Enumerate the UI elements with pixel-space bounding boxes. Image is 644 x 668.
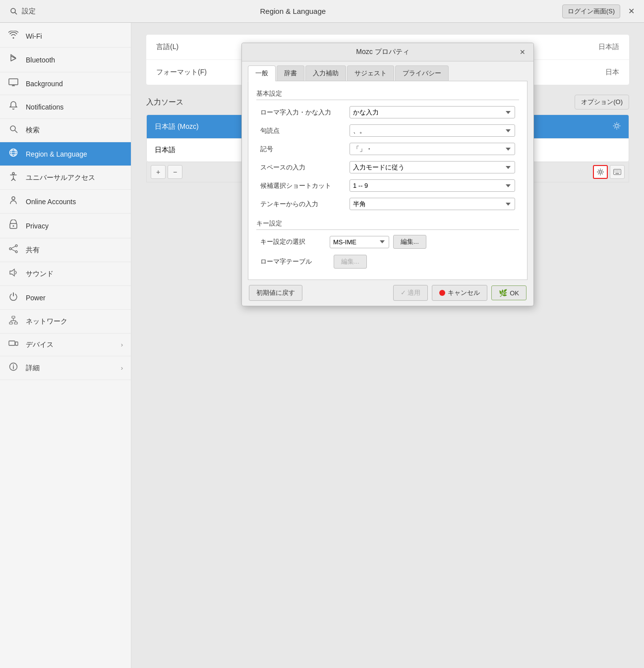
form-row-roman-table: ローマ字テーブル 編集... [256, 252, 519, 272]
cancel-dot-icon [439, 290, 445, 296]
globe-icon [8, 148, 19, 160]
search-button[interactable] [6, 3, 22, 19]
sidebar-item-universal[interactable]: ユニバーサルアクセス [0, 166, 131, 190]
tab-dictionary[interactable]: 辞書 [277, 65, 304, 81]
svg-point-33 [13, 365, 14, 366]
dialog-tabs: 一般 辞書 入力補助 サジェスト プライバシー [242, 61, 533, 81]
svg-point-12 [12, 172, 14, 174]
privacy-icon [8, 220, 19, 232]
form-row-input-mode: ローマ字入力・かな入力 かな入力 [256, 103, 519, 121]
sidebar-item-privacy[interactable]: Privacy [0, 214, 131, 238]
svg-rect-24 [14, 322, 17, 324]
sidebar-item-label-devices: デバイス [26, 340, 54, 349]
svg-point-15 [13, 225, 14, 227]
roman-table-edit-button[interactable]: 編集... [334, 255, 367, 269]
form-row-shortcut: 候補選択ショートカット 1 -- 9 [256, 176, 519, 195]
dialog-titlebar: Mozc プロパティ ✕ [242, 43, 533, 61]
sidebar-item-label-online: Online Accounts [26, 198, 76, 206]
login-screen-button[interactable]: ログイン画面(S) [562, 4, 620, 18]
sidebar-item-label-wifi: Wi-Fi [26, 32, 42, 40]
form-row-numpad: テンキーからの入力 半角 [256, 195, 519, 213]
titlebar: 設定 Region & Language ログイン画面(S) ✕ [0, 0, 644, 23]
search-icon [8, 125, 19, 136]
wifi-icon [8, 31, 19, 41]
sidebar-item-online-accounts[interactable]: Online Accounts [0, 190, 131, 214]
cancel-button[interactable]: キャンセル [432, 285, 487, 301]
sidebar-item-label-notifications: Notifications [26, 103, 63, 111]
sidebar-item-devices[interactable]: デバイス › [0, 334, 131, 356]
sidebar-item-share[interactable]: 共有 [0, 238, 131, 262]
sidebar-item-label-universal: ユニバーサルアクセス [26, 173, 95, 182]
sidebar-item-power[interactable]: Power [0, 286, 131, 310]
numpad-select[interactable]: 半角 [350, 198, 515, 210]
tab-privacy[interactable]: プライバシー [395, 65, 449, 81]
svg-marker-21 [10, 269, 14, 276]
space-select[interactable]: 入力モードに従う [350, 161, 515, 173]
svg-point-17 [15, 251, 17, 253]
devices-icon [8, 339, 19, 350]
svg-line-20 [11, 249, 15, 251]
sidebar-item-search[interactable]: 検索 [0, 119, 131, 142]
key-edit-button[interactable]: 編集... [393, 235, 426, 249]
sidebar-item-label-details: 詳細 [26, 364, 40, 373]
svg-line-1 [15, 12, 17, 14]
main-layout: Wi-Fi Bluetooth Background [0, 23, 644, 668]
svg-point-13 [12, 197, 15, 200]
chevron-right-icon-details: › [121, 364, 123, 372]
dialog-title: Mozc プロパティ [248, 48, 518, 56]
sound-icon [8, 268, 19, 279]
svg-point-16 [15, 245, 17, 247]
punctuation-label: 句読点 [260, 126, 350, 135]
reset-button[interactable]: 初期値に戻す [249, 285, 302, 301]
sidebar-item-details[interactable]: 詳細 › [0, 356, 131, 380]
punctuation-select[interactable]: 、。 [350, 124, 515, 137]
tab-input-assist[interactable]: 入力補助 [305, 65, 346, 81]
symbol-select[interactable]: 「」・ [350, 143, 515, 155]
tab-suggest[interactable]: サジェスト [347, 65, 394, 81]
roman-table-label: ローマ字テーブル [260, 257, 330, 266]
sidebar-item-sound[interactable]: サウンド [0, 262, 131, 286]
bell-icon [8, 101, 19, 112]
key-select-dropdown[interactable]: MS-IME [330, 236, 389, 248]
network-icon [8, 316, 19, 327]
numpad-label: テンキーからの入力 [260, 200, 350, 209]
sidebar-item-label-privacy: Privacy [26, 222, 49, 230]
sidebar-item-label-sound: サウンド [26, 270, 54, 278]
form-row-space: スペースの入力 入力モードに従う [256, 158, 519, 176]
svg-rect-22 [12, 316, 15, 318]
online-accounts-icon [8, 196, 19, 207]
sidebar-item-label-network: ネットワーク [26, 317, 67, 326]
sidebar-item-label-bluetooth: Bluetooth [26, 56, 55, 64]
dialog-close-button[interactable]: ✕ [518, 47, 527, 57]
sidebar-item-notifications[interactable]: Notifications [0, 95, 131, 119]
sidebar-item-wifi[interactable]: Wi-Fi [0, 25, 131, 48]
svg-point-18 [9, 248, 11, 250]
sidebar-item-bluetooth[interactable]: Bluetooth [0, 48, 131, 72]
space-label: スペースの入力 [260, 163, 350, 172]
cancel-label: キャンセル [448, 288, 480, 297]
apply-button[interactable]: ✓ 適用 [393, 285, 428, 301]
dialog-overlay: Mozc プロパティ ✕ 一般 辞書 入力補助 サジェスト プライバシー 基本設… [131, 23, 644, 668]
sidebar-item-label-search: 検索 [26, 126, 40, 135]
dialog-footer: 初期値に戻す ✓ 適用 キャンセル 🌿 OK [242, 280, 533, 306]
svg-point-5 [10, 126, 15, 131]
share-icon [8, 244, 19, 256]
tab-general[interactable]: 一般 [248, 65, 276, 81]
sidebar-item-background[interactable]: Background [0, 72, 131, 95]
input-mode-select[interactable]: かな入力 [350, 106, 515, 118]
svg-rect-23 [9, 322, 12, 324]
key-select-label: キー設定の選択 [260, 237, 330, 246]
svg-line-6 [15, 130, 17, 133]
shortcut-select[interactable]: 1 -- 9 [350, 179, 515, 192]
form-row-punctuation: 句読点 、。 [256, 121, 519, 140]
monitor-icon [8, 78, 19, 89]
svg-rect-29 [9, 341, 15, 345]
sidebar-item-network[interactable]: ネットワーク [0, 310, 131, 334]
shortcut-label: 候補選択ショートカット [260, 181, 350, 190]
mozc-dialog: Mozc プロパティ ✕ 一般 辞書 入力補助 サジェスト プライバシー 基本設… [241, 43, 534, 306]
window-close-button[interactable]: ✕ [624, 4, 638, 18]
form-row-symbol: 記号 「」・ [256, 140, 519, 158]
sidebar-item-region[interactable]: Region & Language [0, 142, 131, 166]
ok-button[interactable]: 🌿 OK [491, 285, 527, 300]
svg-rect-30 [15, 342, 18, 345]
